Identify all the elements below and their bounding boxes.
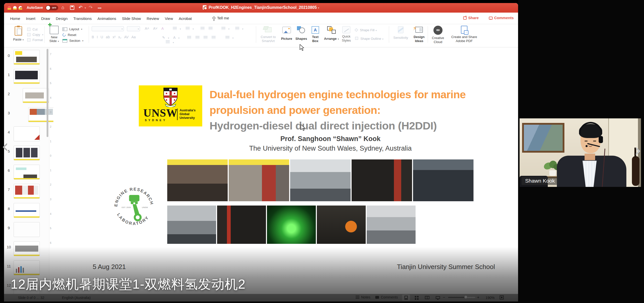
lab-photo[interactable] bbox=[229, 159, 289, 201]
menu-tab[interactable]: View bbox=[165, 16, 173, 21]
ruler-number: 0 bbox=[50, 154, 51, 157]
new-slide-button[interactable]: NewSlide ▾ bbox=[46, 26, 62, 43]
comments-button[interactable]: Comments bbox=[489, 16, 514, 20]
slide-thumbnail[interactable]: 9 bbox=[4, 221, 49, 240]
menu-tab[interactable]: Animations bbox=[97, 16, 116, 21]
lab-photo[interactable] bbox=[413, 159, 473, 201]
lab-photo[interactable] bbox=[167, 206, 216, 244]
menu-tab[interactable]: Design bbox=[56, 16, 68, 21]
lab-photo[interactable] bbox=[167, 159, 228, 201]
lab-photo[interactable] bbox=[267, 206, 316, 244]
svg-text:LABORATORY: LABORATORY bbox=[116, 212, 150, 226]
thumbnail-number: 6 bbox=[4, 165, 14, 173]
ruler-number: 4 bbox=[50, 213, 51, 215]
thumbnail-number: 0 bbox=[4, 50, 14, 58]
menu-tabs: HomeInsertDrawDesignTransitionsAnimation… bbox=[10, 13, 192, 24]
powerpoint-file-icon bbox=[203, 5, 207, 10]
menu-tab[interactable]: Draw bbox=[41, 16, 50, 21]
creative-cloud-button[interactable]: ∞ CreativeCloud bbox=[430, 26, 446, 44]
engine-research-laboratory-logo[interactable]: ENGINE RESEARCH LABORATORY EST. 2009 UNS… bbox=[112, 185, 156, 229]
font-group: ▾ ▾ A˄ A˅ A ▾ ▾ ▾ ▾ BIUabx²x₂AVAa ✎▾ A▾ bbox=[92, 26, 243, 39]
share-button[interactable]: Share bbox=[463, 16, 479, 20]
ruler-number: 6 bbox=[50, 242, 51, 244]
vertical-ruler: 76543210123456 bbox=[48, 53, 53, 244]
group-divider bbox=[256, 26, 256, 43]
text-box-button[interactable]: A TextBox bbox=[309, 26, 321, 43]
shapes-icon bbox=[297, 26, 306, 33]
tell-me-button[interactable]: Tell me bbox=[213, 16, 229, 20]
layout-icon bbox=[62, 27, 67, 31]
design-ideas-button[interactable]: DesignIdeas bbox=[412, 27, 426, 43]
thumbnail-scrollbar[interactable] bbox=[47, 49, 48, 137]
menu-tab[interactable]: Insert bbox=[26, 16, 36, 21]
slide-thumbnail[interactable]: 7 bbox=[4, 182, 49, 201]
unsw-crest-icon bbox=[163, 87, 178, 107]
numbered-list-icon bbox=[186, 27, 190, 30]
font-style-icon: I bbox=[97, 35, 98, 39]
thumbnail-preview[interactable] bbox=[14, 184, 40, 199]
thumbnail-preview[interactable] bbox=[14, 50, 40, 65]
adobe-pdf-button[interactable]: Create and ShareAdobe PDF bbox=[448, 26, 481, 43]
document-title[interactable]: ProfKOOK_H2Engines_TianjinSummerSchool_2… bbox=[4, 5, 518, 10]
slide-thumbnail[interactable]: 5 bbox=[4, 144, 49, 163]
unsw-logo[interactable]: UNSW SYDNEY Australia'sGlobalUniversity bbox=[139, 85, 202, 126]
lab-photo[interactable] bbox=[352, 159, 412, 201]
thumbnail-number: 3 bbox=[4, 107, 14, 115]
slide-thumbnail[interactable]: 0 bbox=[4, 48, 49, 68]
unsw-tagline: Australia'sGlobalUniversity bbox=[180, 109, 195, 120]
ruler-number: 6 bbox=[50, 68, 51, 70]
slide-thumbnail[interactable]: 4 bbox=[4, 125, 49, 144]
section-button[interactable]: Section ▾ bbox=[62, 38, 83, 44]
next-arrow-icon[interactable]: › bbox=[634, 143, 641, 158]
slide-thumbnail[interactable]: 2 bbox=[4, 87, 49, 106]
thumbnail-preview[interactable] bbox=[14, 203, 40, 218]
previous-arrow-icon[interactable]: ‹ bbox=[2, 139, 9, 154]
arrange-button[interactable]: Arrange ▾ bbox=[324, 26, 339, 41]
shapes-button[interactable]: Shapes bbox=[294, 26, 308, 41]
menu-tab[interactable]: Slide Show bbox=[122, 16, 141, 21]
slide-title[interactable]: Dual-fuel hydrogen engine technologies f… bbox=[210, 87, 479, 133]
justify-icon bbox=[212, 36, 216, 39]
font-style-icon: x² bbox=[113, 35, 116, 39]
layout-button[interactable]: Layout ▾ bbox=[62, 26, 83, 32]
thumbnail-preview[interactable] bbox=[23, 88, 49, 103]
thumbnail-preview[interactable] bbox=[14, 165, 40, 180]
font-name-select: ▾ bbox=[92, 26, 124, 31]
menu-tab[interactable]: Review bbox=[147, 16, 159, 21]
author-block[interactable]: Prof. Sanghoon “Shawn” Kook The Universi… bbox=[210, 135, 451, 152]
slide-thumbnail[interactable]: 3 bbox=[4, 106, 49, 125]
text-direction-icon bbox=[225, 36, 229, 39]
lab-photo[interactable] bbox=[317, 206, 366, 244]
lab-photo-row-bottom[interactable] bbox=[167, 206, 416, 244]
thumbnail-number: 7 bbox=[4, 184, 14, 192]
slide-thumbnail[interactable]: 8 bbox=[4, 201, 49, 221]
font-style-icon: U bbox=[100, 35, 103, 39]
svg-text:EST. 2009: EST. 2009 bbox=[122, 206, 131, 209]
adobe-pdf-icon bbox=[461, 26, 467, 34]
paste-icon bbox=[15, 26, 22, 36]
lab-photo[interactable] bbox=[217, 206, 266, 244]
thumbnail-number: 8 bbox=[4, 203, 14, 211]
thumbnail-preview[interactable] bbox=[14, 69, 40, 84]
reset-button[interactable]: Reset bbox=[62, 32, 83, 38]
slide-thumbnail[interactable]: 6 bbox=[4, 163, 49, 182]
thumbnail-preview[interactable] bbox=[14, 126, 40, 141]
menu-tab[interactable]: Acrobat bbox=[179, 16, 192, 21]
thumbnail-preview[interactable] bbox=[14, 222, 40, 237]
wall-painting bbox=[522, 123, 564, 153]
reset-icon bbox=[62, 32, 66, 37]
thumbnail-preview[interactable] bbox=[14, 146, 40, 160]
clipboard-group: Cut Copy ▾ Format bbox=[27, 27, 43, 43]
ruler-number: 5 bbox=[50, 227, 51, 230]
menu-tab[interactable]: Transitions bbox=[73, 16, 92, 21]
picture-button[interactable]: Picture bbox=[280, 27, 294, 41]
shape-format-group: Shape Fill ▾ Shape Outline ▾ bbox=[355, 28, 383, 41]
slide-thumbnail[interactable]: 1 bbox=[4, 68, 49, 87]
comment-bubble-icon bbox=[489, 17, 493, 20]
lab-photo[interactable] bbox=[367, 206, 416, 244]
lab-photo-row-top[interactable] bbox=[167, 159, 473, 201]
paste-button[interactable]: Paste ▾ bbox=[11, 26, 26, 42]
webcam-panel: Shawn Kook bbox=[518, 0, 644, 303]
menu-tab[interactable]: Home bbox=[10, 16, 20, 21]
lab-photo[interactable] bbox=[290, 159, 351, 201]
